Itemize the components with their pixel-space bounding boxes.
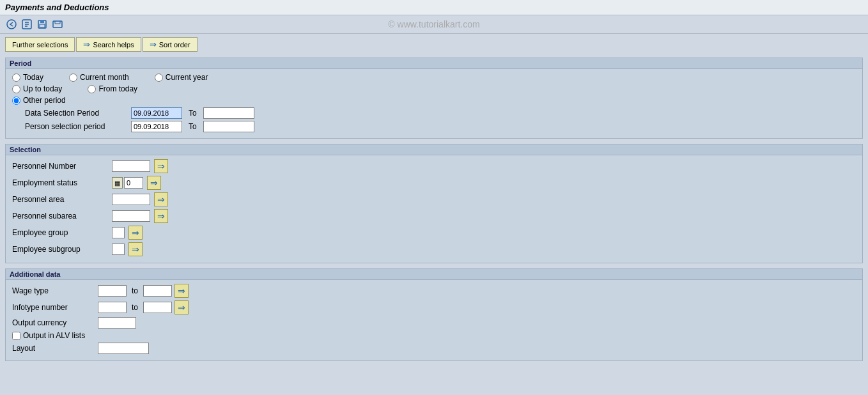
wage-type-arrow-btn[interactable]: ⇒ (174, 284, 189, 298)
wage-type-from-input[interactable] (98, 285, 127, 297)
employment-status-wrapper: ▦ (112, 177, 143, 189)
main-content: Period Today Current month Current year (0, 55, 868, 369)
radio-current-year[interactable] (155, 74, 163, 82)
personnel-subarea-input[interactable] (112, 210, 150, 222)
svg-rect-3 (40, 20, 44, 23)
selection-header: Selection (6, 144, 862, 155)
radio-current-year-text: Current year (166, 73, 208, 82)
personnel-number-arrow-btn[interactable]: ⇒ (154, 159, 168, 173)
data-selection-to[interactable] (203, 107, 254, 119)
tab-further-selections[interactable]: Further selections (5, 37, 75, 52)
selection-section: Selection Personnel Number ⇒ Employment … (5, 144, 863, 263)
personnel-subarea-label: Personnel subarea (12, 212, 108, 221)
radio-current-month-text: Current month (80, 73, 129, 82)
employee-group-arrow-btn[interactable]: ⇒ (128, 226, 143, 240)
data-selection-from[interactable] (131, 107, 182, 119)
employee-group-label: Employee group (12, 228, 108, 237)
radio-current-year-label[interactable]: Current year (155, 73, 208, 82)
output-currency-row: Output currency (12, 317, 856, 329)
employee-subgroup-input[interactable] (112, 244, 125, 255)
search-helps-label: Search helps (93, 41, 134, 49)
radio-up-to-today-label[interactable]: Up to today (12, 84, 62, 93)
layout-row: Layout (12, 343, 856, 354)
employee-group-input[interactable] (112, 227, 125, 238)
person-selection-to[interactable] (203, 121, 254, 132)
selection-body: Personnel Number ⇒ Employment status ▦ ⇒… (6, 155, 862, 263)
radio-today-text: Today (23, 73, 43, 82)
additional-data-section: Additional data Wage type to ⇒ Infotype … (5, 268, 863, 361)
wage-type-to-label: to (132, 286, 138, 295)
employment-status-arrow-btn[interactable]: ⇒ (147, 176, 161, 190)
radio-current-month-label[interactable]: Current month (69, 73, 129, 82)
radio-other-period-label[interactable]: Other period (12, 96, 66, 105)
tab-bar: Further selections ⇒ Search helps ⇒ Sort… (0, 34, 868, 55)
back-icon[interactable] (5, 18, 18, 31)
person-selection-to-label: To (189, 122, 197, 131)
data-selection-to-label: To (189, 109, 197, 118)
radio-today-label[interactable]: Today (12, 73, 43, 82)
period-header: Period (6, 58, 862, 69)
personnel-subarea-arrow-btn[interactable]: ⇒ (154, 209, 168, 223)
output-alv-checkbox[interactable] (12, 332, 20, 340)
additional-data-body: Wage type to ⇒ Infotype number to ⇒ Outp… (6, 280, 862, 360)
period-row-2: Up to today From today (12, 84, 856, 93)
wage-type-to-input[interactable] (143, 285, 172, 297)
personnel-subarea-row: Personnel subarea ⇒ (12, 209, 856, 223)
person-selection-from[interactable] (131, 121, 182, 132)
radio-from-today[interactable] (88, 85, 96, 93)
tab-sort-order[interactable]: ⇒ Sort order (143, 37, 198, 52)
infotype-number-to-input[interactable] (143, 302, 172, 313)
forward-icon[interactable] (20, 18, 33, 31)
period-row-3: Other period (12, 96, 856, 105)
data-selection-label: Data Selection Period (25, 109, 127, 118)
infotype-number-label: Infotype number (12, 303, 95, 312)
sort-order-label: Sort order (159, 41, 190, 49)
person-selection-label: Person selection period (25, 122, 127, 131)
toolbar: © www.tutorialkart.com (0, 15, 868, 34)
tab-search-helps[interactable]: ⇒ Search helps (76, 37, 141, 52)
radio-other-period[interactable] (12, 97, 20, 105)
period-section: Period Today Current month Current year (5, 58, 863, 139)
infotype-number-row: Infotype number to ⇒ (12, 300, 856, 314)
employee-group-row: Employee group ⇒ (12, 226, 856, 240)
personnel-area-arrow-btn[interactable]: ⇒ (154, 192, 168, 206)
radio-current-month[interactable] (69, 74, 77, 82)
watermark: © www.tutorialkart.com (388, 19, 479, 29)
output-alv-label: Output in ALV lists (23, 331, 85, 340)
wage-type-label: Wage type (12, 286, 95, 295)
period-row-1: Today Current month Current year (12, 73, 856, 82)
save-icon[interactable] (36, 18, 49, 31)
output-alv-row: Output in ALV lists (12, 331, 856, 340)
employment-status-input[interactable] (124, 177, 143, 189)
period-body: Today Current month Current year Up to t… (6, 69, 862, 138)
svg-point-0 (7, 20, 16, 29)
personnel-number-input[interactable] (112, 160, 150, 172)
further-selections-label: Further selections (12, 41, 68, 49)
infotype-number-arrow-btn[interactable]: ⇒ (174, 300, 189, 314)
personnel-area-label: Personnel area (12, 195, 108, 204)
radio-from-today-label[interactable]: From today (88, 84, 137, 93)
personnel-area-input[interactable] (112, 194, 150, 205)
employment-status-label: Employment status (12, 178, 108, 187)
wage-type-row: Wage type to ⇒ (12, 284, 856, 298)
person-selection-row: Person selection period To (25, 121, 856, 132)
data-selection-row: Data Selection Period To (25, 107, 856, 119)
employment-status-row: Employment status ▦ ⇒ (12, 176, 856, 190)
local-save-icon[interactable] (51, 18, 64, 31)
employment-status-toggle-btn[interactable]: ▦ (112, 177, 123, 189)
output-currency-input[interactable] (98, 317, 136, 329)
personnel-number-row: Personnel Number ⇒ (12, 159, 856, 173)
radio-today[interactable] (12, 74, 20, 82)
svg-rect-4 (40, 24, 45, 27)
infotype-number-from-input[interactable] (98, 302, 127, 313)
employee-subgroup-row: Employee subgroup ⇒ (12, 242, 856, 256)
infotype-number-to-label: to (132, 303, 138, 312)
personnel-area-row: Personnel area ⇒ (12, 192, 856, 206)
search-helps-arrow-icon: ⇒ (83, 40, 90, 49)
radio-up-to-today[interactable] (12, 85, 20, 93)
employee-subgroup-arrow-btn[interactable]: ⇒ (128, 242, 143, 256)
page-title: Payments and Deductions (5, 3, 109, 12)
radio-up-to-today-text: Up to today (23, 84, 62, 93)
layout-input[interactable] (98, 343, 149, 354)
sort-order-arrow-icon: ⇒ (150, 40, 157, 49)
